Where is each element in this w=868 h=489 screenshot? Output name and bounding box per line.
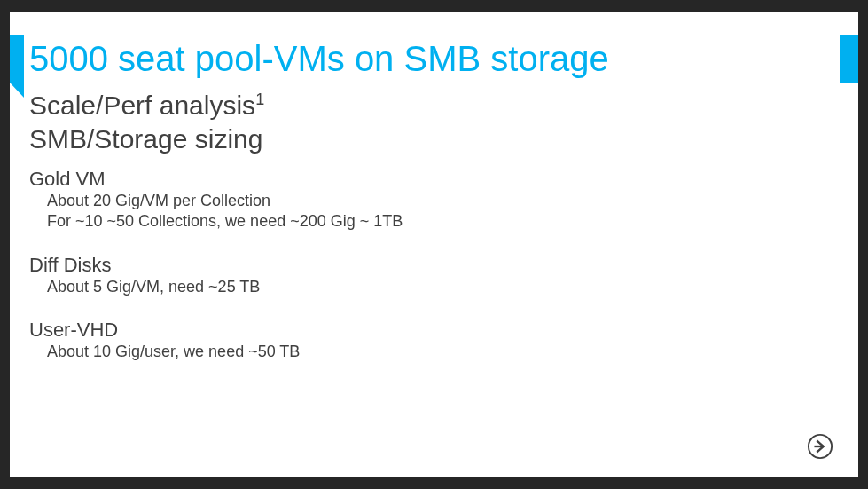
subtitle-main: Scale/Perf analysis — [29, 91, 255, 120]
section-head-gold-vm: Gold VM — [29, 168, 827, 191]
body-line: About 5 Gig/VM, need ~25 TB — [47, 277, 827, 297]
section-head-diff-disks: Diff Disks — [29, 254, 827, 277]
content-area: Scale/Perf analysis1 SMB/Storage sizing … — [29, 89, 827, 363]
body-line: About 20 Gig/VM per Collection — [47, 191, 827, 211]
subtitle-line-1: Scale/Perf analysis1 — [29, 89, 827, 122]
title-overlay: 5000 seat pool-VMs on SMB storage — [24, 35, 840, 83]
slide-title: 5000 seat pool-VMs on SMB storage — [24, 41, 609, 76]
next-arrow-icon[interactable] — [807, 433, 833, 460]
subtitle-line-2: SMB/Storage sizing — [29, 122, 827, 156]
body-line: For ~10 ~50 Collections, we need ~200 Gi… — [47, 211, 827, 232]
slide: 5000 seat pool-VMs on SMB storage Scale/… — [10, 12, 858, 477]
title-corner-triangle — [10, 83, 24, 98]
body-line: About 10 Gig/user, we need ~50 TB — [47, 342, 827, 362]
section-head-user-vhd: User-VHD — [29, 319, 827, 342]
subtitle-superscript: 1 — [255, 91, 264, 108]
